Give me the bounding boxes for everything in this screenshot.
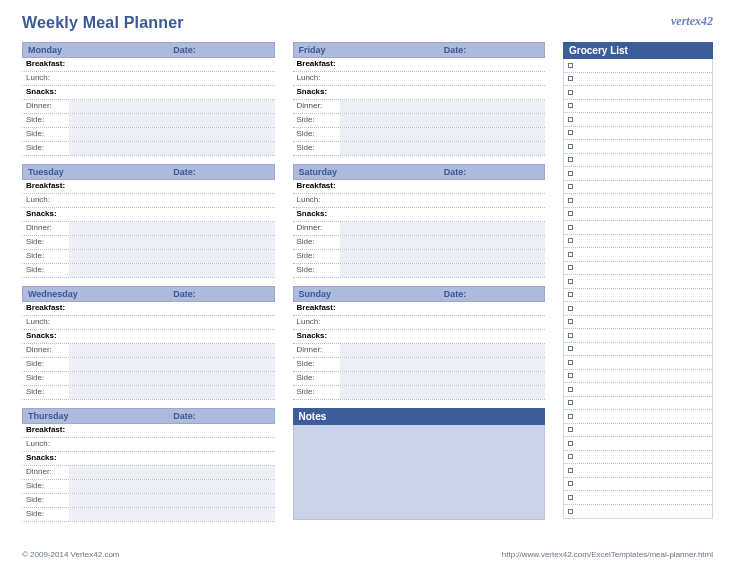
grocery-item[interactable] [564,140,712,154]
row-dinner: Dinner: [293,222,546,236]
grocery-item[interactable] [564,329,712,343]
checkbox-icon[interactable] [568,198,573,203]
checkbox-icon[interactable] [568,427,573,432]
day-block: Monday Date: Breakfast: Lunch: Snacks: D… [22,42,275,156]
checkbox-icon[interactable] [568,63,573,68]
checkbox-icon[interactable] [568,76,573,81]
grocery-heading: Grocery List [563,42,713,59]
grocery-item[interactable] [564,383,712,397]
checkbox-icon[interactable] [568,400,573,405]
row-side: Side: [22,386,275,400]
day-block: Friday Date: Breakfast: Lunch: Snacks: D… [293,42,546,156]
grocery-item[interactable] [564,478,712,492]
grocery-item[interactable] [564,302,712,316]
grocery-item[interactable] [564,437,712,451]
row-side: Side: [22,508,275,522]
grocery-item[interactable] [564,86,712,100]
row-snacks: Snacks: [293,330,546,344]
checkbox-icon[interactable] [568,225,573,230]
grocery-item[interactable] [564,167,712,181]
checkbox-icon[interactable] [568,238,573,243]
date-label: Date: [439,165,544,179]
checkbox-icon[interactable] [568,265,573,270]
row-dinner: Dinner: [293,344,546,358]
checkbox-icon[interactable] [568,130,573,135]
row-snacks: Snacks: [22,452,275,466]
notes-body[interactable] [293,425,546,520]
row-side: Side: [22,264,275,278]
day-header: Sunday Date: [293,286,546,302]
day-header: Tuesday Date: [22,164,275,180]
grocery-item[interactable] [564,275,712,289]
checkbox-icon[interactable] [568,373,573,378]
checkbox-icon[interactable] [568,346,573,351]
checkbox-icon[interactable] [568,279,573,284]
grocery-item[interactable] [564,316,712,330]
checkbox-icon[interactable] [568,306,573,311]
grocery-item[interactable] [564,397,712,411]
row-side: Side: [293,372,546,386]
grocery-item[interactable] [564,451,712,465]
grocery-item[interactable] [564,370,712,384]
grocery-item[interactable] [564,194,712,208]
checkbox-icon[interactable] [568,184,573,189]
grocery-item[interactable] [564,100,712,114]
date-label: Date: [168,165,273,179]
checkbox-icon[interactable] [568,292,573,297]
row-side: Side: [22,250,275,264]
checkbox-icon[interactable] [568,454,573,459]
row-dinner: Dinner: [293,100,546,114]
notes-section: Notes [293,408,546,520]
row-breakfast: Breakfast: [22,58,275,72]
grocery-item[interactable] [564,208,712,222]
grocery-item[interactable] [564,59,712,73]
checkbox-icon[interactable] [568,252,573,257]
row-side: Side: [293,236,546,250]
checkbox-icon[interactable] [568,211,573,216]
row-side: Side: [22,494,275,508]
row-side: Side: [22,236,275,250]
grocery-item[interactable] [564,235,712,249]
grocery-item[interactable] [564,73,712,87]
checkbox-icon[interactable] [568,333,573,338]
grocery-item[interactable] [564,113,712,127]
grocery-item[interactable] [564,181,712,195]
grocery-item[interactable] [564,248,712,262]
grocery-item[interactable] [564,491,712,505]
day-block: Saturday Date: Breakfast: Lunch: Snacks:… [293,164,546,278]
checkbox-icon[interactable] [568,509,573,514]
checkbox-icon[interactable] [568,103,573,108]
grocery-list[interactable] [563,59,713,519]
grocery-item[interactable] [564,154,712,168]
grocery-item[interactable] [564,343,712,357]
checkbox-icon[interactable] [568,495,573,500]
checkbox-icon[interactable] [568,157,573,162]
checkbox-icon[interactable] [568,414,573,419]
checkbox-icon[interactable] [568,481,573,486]
grocery-item[interactable] [564,424,712,438]
checkbox-icon[interactable] [568,144,573,149]
copyright: © 2009-2014 Vertex42.com [22,550,120,559]
day-name: Sunday [294,287,439,301]
row-side: Side: [293,142,546,156]
checkbox-icon[interactable] [568,441,573,446]
row-side: Side: [22,358,275,372]
grocery-item[interactable] [564,221,712,235]
checkbox-icon[interactable] [568,171,573,176]
grocery-item[interactable] [564,464,712,478]
grocery-item[interactable] [564,127,712,141]
checkbox-icon[interactable] [568,387,573,392]
grocery-item[interactable] [564,289,712,303]
checkbox-icon[interactable] [568,468,573,473]
grocery-item[interactable] [564,262,712,276]
day-block: Tuesday Date: Breakfast: Lunch: Snacks: … [22,164,275,278]
checkbox-icon[interactable] [568,319,573,324]
grocery-item[interactable] [564,410,712,424]
checkbox-icon[interactable] [568,90,573,95]
grocery-item[interactable] [564,505,712,519]
day-block: Wednesday Date: Breakfast: Lunch: Snacks… [22,286,275,400]
checkbox-icon[interactable] [568,117,573,122]
checkbox-icon[interactable] [568,360,573,365]
day-name: Tuesday [23,165,168,179]
grocery-item[interactable] [564,356,712,370]
